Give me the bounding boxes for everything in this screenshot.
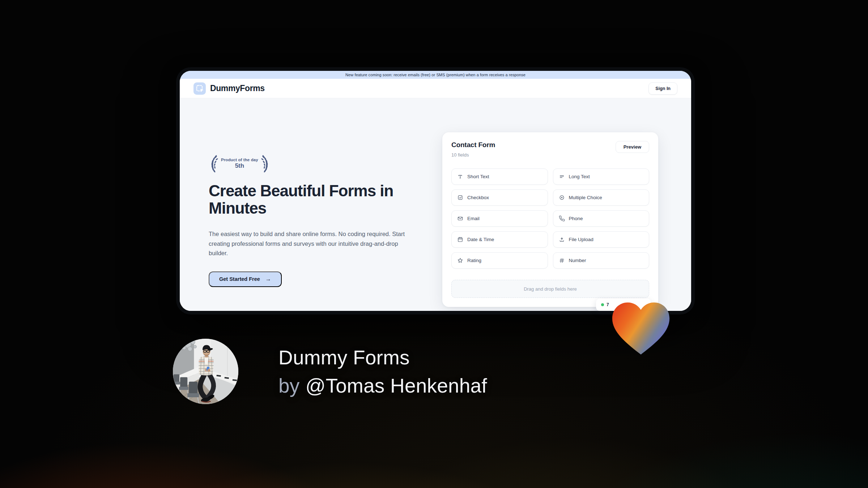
credit-product-name: Dummy Forms bbox=[278, 343, 487, 372]
field-button-hash[interactable]: Number bbox=[553, 252, 650, 269]
field-label: Short Text bbox=[467, 174, 489, 179]
announcement-text: New feature coming soon: receive emails … bbox=[345, 73, 526, 77]
hero-description: The easiest way to build and share onlin… bbox=[209, 229, 418, 258]
panel-titles: Contact Form 10 fields bbox=[451, 141, 495, 158]
upload-icon bbox=[559, 236, 565, 243]
field-type-grid: Short Text Long Text Checkbox Multiple C… bbox=[451, 168, 649, 269]
announcement-banner: New feature coming soon: receive emails … bbox=[180, 71, 691, 79]
field-label: Multiple Choice bbox=[569, 195, 602, 200]
field-label: Date & Time bbox=[467, 237, 494, 242]
award-title: Product of the day bbox=[221, 158, 258, 162]
sign-in-button[interactable]: Sign In bbox=[648, 82, 677, 95]
brand: DummyForms bbox=[193, 82, 265, 95]
field-button-email[interactable]: Email bbox=[451, 210, 548, 227]
app-header: DummyForms Sign In bbox=[180, 79, 691, 98]
calendar-icon bbox=[457, 236, 463, 243]
multiple-choice-icon bbox=[559, 194, 565, 201]
field-button-upload[interactable]: File Upload bbox=[553, 231, 650, 248]
credit-author: @Tomas Henkenhaf bbox=[306, 374, 487, 397]
app-body: Product of the day 5th bbox=[180, 98, 691, 311]
field-count: 10 fields bbox=[451, 152, 495, 158]
product-of-the-day-badge: Product of the day 5th bbox=[209, 154, 271, 172]
promo-canvas: New feature coming soon: receive emails … bbox=[0, 0, 868, 488]
hash-icon bbox=[559, 257, 565, 264]
checkbox-icon bbox=[457, 194, 463, 201]
heart-icon bbox=[607, 294, 675, 357]
field-label: Email bbox=[467, 216, 480, 221]
field-label: Rating bbox=[467, 258, 481, 263]
credit-byline: by@Tomas Henkenhaf bbox=[278, 372, 487, 400]
laurel-left-icon bbox=[209, 154, 218, 172]
email-icon bbox=[457, 215, 463, 222]
cta-label: Get Started Free bbox=[219, 276, 260, 282]
laurel-right-icon bbox=[261, 154, 271, 172]
hero-section: Product of the day 5th bbox=[209, 154, 426, 287]
field-button-multiple-choice[interactable]: Multiple Choice bbox=[553, 189, 650, 206]
field-label: File Upload bbox=[569, 237, 593, 242]
form-builder-panel: Contact Form 10 fields Preview Short Tex… bbox=[442, 132, 658, 307]
field-label: Number bbox=[569, 258, 586, 263]
brand-name: DummyForms bbox=[210, 84, 265, 93]
panel-header: Contact Form 10 fields Preview bbox=[451, 141, 649, 158]
long-text-icon bbox=[559, 174, 565, 180]
brand-cursor-icon bbox=[193, 82, 206, 95]
field-label: Phone bbox=[569, 216, 583, 221]
field-button-checkbox[interactable]: Checkbox bbox=[451, 189, 548, 206]
star-icon bbox=[457, 257, 463, 264]
field-label: Checkbox bbox=[467, 195, 489, 200]
preview-button[interactable]: Preview bbox=[616, 141, 649, 153]
green-dot-icon bbox=[601, 303, 604, 306]
short-text-icon bbox=[457, 174, 463, 180]
field-button-long-text[interactable]: Long Text bbox=[553, 168, 650, 185]
award-rank: 5th bbox=[221, 162, 258, 170]
field-button-phone[interactable]: Phone bbox=[553, 210, 650, 227]
phone-icon bbox=[559, 215, 565, 222]
field-label: Long Text bbox=[569, 174, 590, 179]
credit-by: by bbox=[278, 374, 300, 397]
dropzone-text: Drag and drop fields here bbox=[524, 286, 577, 292]
get-started-button[interactable]: Get Started Free → bbox=[209, 271, 282, 287]
credit-text: Dummy Forms by@Tomas Henkenhaf bbox=[278, 343, 487, 400]
form-title: Contact Form bbox=[451, 141, 495, 149]
avatar bbox=[173, 339, 238, 404]
field-button-short-text[interactable]: Short Text bbox=[451, 168, 548, 185]
browser-window: New feature coming soon: receive emails … bbox=[176, 67, 695, 314]
field-button-calendar[interactable]: Date & Time bbox=[451, 231, 548, 248]
hero-heading: Create Beautiful Forms in Minutes bbox=[209, 182, 411, 217]
arrow-right-icon: → bbox=[265, 276, 271, 282]
app-screen: New feature coming soon: receive emails … bbox=[180, 71, 691, 311]
award-text: Product of the day 5th bbox=[220, 158, 259, 170]
field-button-star[interactable]: Rating bbox=[451, 252, 548, 269]
